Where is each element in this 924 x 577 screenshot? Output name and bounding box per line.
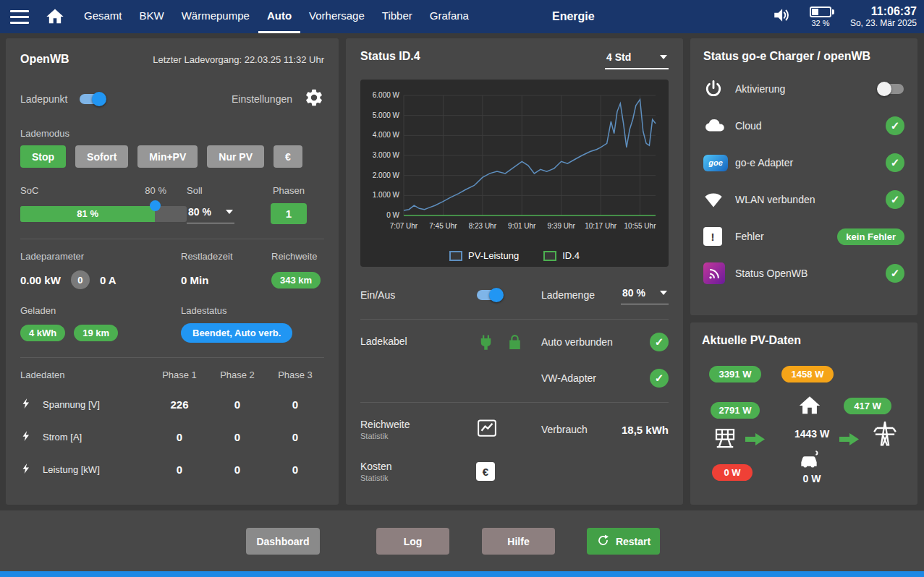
lademenge-select[interactable]: 80 % bbox=[621, 286, 669, 304]
cell-value: 226 bbox=[151, 398, 208, 411]
power-icon bbox=[703, 79, 735, 99]
wallbox-value: 0 W bbox=[790, 473, 834, 484]
phasen-label: Phasen bbox=[253, 185, 324, 196]
euro-statistics-icon[interactable]: € bbox=[476, 462, 495, 481]
cloud-label: Cloud bbox=[735, 120, 886, 132]
lademodus-buttons: Stop Sofort Min+PV Nur PV € bbox=[20, 145, 324, 168]
svg-text:9:39 Uhr: 9:39 Uhr bbox=[547, 222, 575, 230]
svg-text:5.000 W: 5.000 W bbox=[373, 111, 400, 119]
legend-swatch-pv bbox=[449, 251, 462, 261]
clock: 11:06:37 So, 23. Mär 2025 bbox=[850, 4, 917, 29]
status-id4-title: Status ID.4 bbox=[360, 50, 420, 63]
soc-limit-label: 80 % bbox=[145, 185, 166, 196]
strom-value: 0 A bbox=[100, 274, 116, 286]
check-icon: ✓ bbox=[886, 153, 904, 172]
svg-text:2.000 W: 2.000 W bbox=[373, 171, 400, 179]
ladepunkt-label: Ladepunkt bbox=[20, 93, 67, 105]
pv-title: Aktuelle PV-Daten bbox=[702, 334, 801, 347]
battery-icon bbox=[810, 7, 831, 17]
broadcast-icon bbox=[703, 262, 725, 284]
home-icon[interactable] bbox=[45, 7, 65, 27]
tab-auto[interactable]: Auto bbox=[258, 0, 300, 33]
tab-bkw[interactable]: BKW bbox=[131, 0, 173, 33]
lightning-icon bbox=[20, 461, 33, 478]
ladepunkt-toggle[interactable] bbox=[79, 92, 106, 106]
table-row: Spannung [V] 226 0 0 bbox=[20, 396, 324, 413]
phase1-header: Phase 1 bbox=[151, 369, 208, 380]
cell-value: 0 bbox=[151, 431, 208, 443]
mode-minpv-button[interactable]: Min+PV bbox=[137, 145, 198, 168]
list-item: Status OpenWB ✓ bbox=[703, 262, 904, 284]
fehler-badge: kein Fehler bbox=[837, 228, 904, 245]
navbar: Gesamt BKW Wärmepumpe Auto Vorhersage Ti… bbox=[0, 0, 924, 33]
tab-gesamt[interactable]: Gesamt bbox=[75, 0, 131, 33]
svg-text:0 W: 0 W bbox=[386, 211, 399, 219]
dashboard-button[interactable]: Dashboard bbox=[246, 528, 320, 555]
gear-icon[interactable] bbox=[304, 87, 324, 111]
geladen-label: Geladen bbox=[20, 305, 181, 316]
pv-chart: 0 W1.000 W2.000 W3.000 W4.000 W5.000 W6.… bbox=[360, 80, 669, 267]
legend-label-pv: PV-Leistung bbox=[468, 250, 519, 261]
chevron-down-icon bbox=[660, 291, 667, 295]
phase2-header: Phase 2 bbox=[208, 369, 266, 380]
aktivierung-toggle[interactable] bbox=[877, 82, 904, 96]
wlan-label: WLAN verbunden bbox=[735, 194, 886, 205]
check-icon: ✓ bbox=[886, 190, 904, 209]
battery-status: 32 % bbox=[810, 7, 831, 27]
soll-select[interactable]: 80 % bbox=[187, 205, 234, 223]
vw-adapter-label: VW-Adapter bbox=[541, 372, 596, 384]
mode-euro-button[interactable]: € bbox=[274, 145, 302, 168]
row-label: Leistung [kW] bbox=[43, 464, 100, 475]
house-icon bbox=[797, 393, 822, 421]
cloud-icon bbox=[703, 115, 735, 137]
verbrauch-rot-badge: 0 W bbox=[712, 464, 753, 481]
table-row: Leistung [kW] 0 0 0 bbox=[20, 461, 324, 478]
cell-value: 0 bbox=[266, 431, 324, 443]
menu-icon[interactable] bbox=[10, 10, 29, 24]
check-icon: ✓ bbox=[650, 333, 669, 351]
lightning-icon bbox=[20, 396, 33, 413]
tab-vorhersage[interactable]: Vorhersage bbox=[300, 0, 373, 33]
svg-text:6.000 W: 6.000 W bbox=[373, 91, 400, 99]
svg-text:7:07 Uhr: 7:07 Uhr bbox=[390, 222, 418, 230]
time-range-select[interactable]: 4 Std bbox=[605, 50, 669, 69]
lightning-icon bbox=[20, 429, 33, 445]
last-charge-note: Letzter Ladevorgang: 22.03.25 11:32 Uhr bbox=[153, 54, 324, 65]
ev-charging-icon bbox=[794, 447, 823, 473]
hilfe-button[interactable]: Hilfe bbox=[482, 528, 555, 555]
speaker-icon[interactable] bbox=[772, 6, 791, 27]
kosten-statistik-sublabel: Statistik bbox=[360, 474, 476, 482]
ladestatus-badge: Beendet, Auto verb. bbox=[181, 323, 292, 343]
power-grid-icon bbox=[870, 415, 900, 454]
goe-title: Status go-e Charger / openWB bbox=[703, 50, 904, 63]
list-item: Cloud ✓ bbox=[703, 115, 904, 137]
tab-tibber[interactable]: Tibber bbox=[373, 0, 421, 33]
mode-stop-button[interactable]: Stop bbox=[20, 145, 66, 168]
plug-icon bbox=[476, 333, 496, 355]
mode-nurpv-button[interactable]: Nur PV bbox=[207, 145, 264, 168]
tab-grafana[interactable]: Grafana bbox=[421, 0, 478, 33]
cell-value: 0 bbox=[151, 463, 208, 476]
table-row: Strom [A] 0 0 0 bbox=[20, 429, 324, 445]
ein-aus-label: Ein/Aus bbox=[360, 289, 476, 301]
soc-limit-slider[interactable] bbox=[150, 200, 161, 211]
svg-text:7:45 Uhr: 7:45 Uhr bbox=[429, 222, 457, 230]
page-title: Energie bbox=[552, 0, 595, 33]
lock-icon bbox=[506, 333, 524, 354]
ladestatus-label: Ladestatus bbox=[181, 305, 324, 316]
footer-bar: Dashboard Log Hilfe Restart bbox=[0, 510, 924, 571]
ein-aus-toggle[interactable] bbox=[476, 288, 504, 302]
cell-value: 0 bbox=[266, 463, 324, 476]
pv-daten-panel: Aktuelle PV-Daten 3391 W 1458 W 2791 W 4… bbox=[690, 322, 917, 505]
error-icon: ! bbox=[703, 227, 722, 246]
tab-waermepumpe[interactable]: Wärmepumpe bbox=[173, 0, 258, 33]
reichweite-statistik-label: Reichweite bbox=[360, 419, 476, 430]
hausverbrauch-value: 1443 W bbox=[790, 428, 834, 440]
log-button[interactable]: Log bbox=[376, 528, 449, 555]
restladezeit-label: Restladezeit bbox=[181, 251, 271, 262]
statistics-chart-icon[interactable] bbox=[476, 417, 541, 442]
solar-panel-icon bbox=[712, 425, 738, 454]
openwb-title: OpenWB bbox=[20, 53, 69, 66]
mode-sofort-button[interactable]: Sofort bbox=[75, 145, 128, 168]
restart-button[interactable]: Restart bbox=[587, 528, 660, 555]
